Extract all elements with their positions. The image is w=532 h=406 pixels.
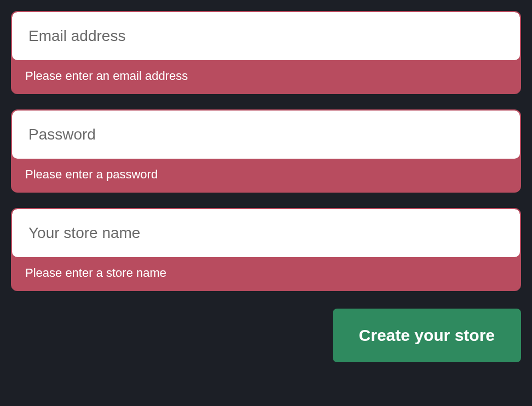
password-input[interactable]	[12, 111, 520, 159]
store-name-input[interactable]	[12, 209, 520, 257]
store-name-error-message: Please enter a store name	[12, 257, 520, 290]
button-row: Create your store	[11, 309, 521, 362]
email-field-group: Please enter an email address	[11, 11, 521, 94]
store-name-field-group: Please enter a store name	[11, 208, 521, 291]
email-error-message: Please enter an email address	[12, 60, 520, 93]
password-field-group: Please enter a password	[11, 109, 521, 193]
create-store-button[interactable]: Create your store	[333, 309, 521, 362]
password-error-message: Please enter a password	[12, 159, 520, 192]
signup-form: Please enter an email address Please ent…	[11, 11, 521, 362]
email-input[interactable]	[12, 12, 520, 60]
